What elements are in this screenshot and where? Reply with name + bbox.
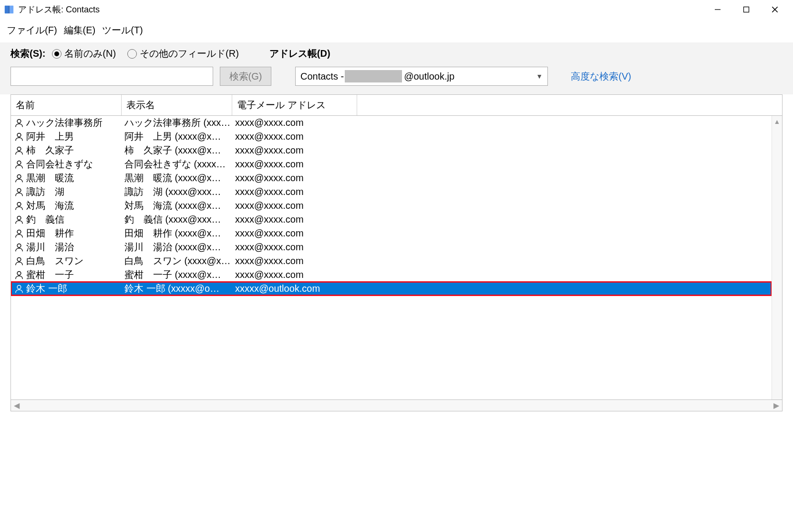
table-row[interactable]: ハック法律事務所ハック法律事務所 (xxx…xxxx@xxxx.com [11, 116, 772, 130]
column-display[interactable]: 表示名 [122, 95, 232, 115]
person-icon [14, 201, 24, 211]
window-title: アドレス帳: Contacts [18, 4, 100, 15]
svg-point-11 [17, 174, 21, 178]
person-icon [14, 132, 24, 142]
search-button[interactable]: 検索(G) [220, 67, 271, 86]
svg-point-19 [17, 285, 21, 289]
cell-display: 蜜柑 一子 (xxxx@x… [124, 268, 235, 281]
table-header: 名前 表示名 電子メール アドレス [10, 94, 783, 116]
name-text: ハック法律事務所 [26, 116, 103, 129]
address-book-select[interactable]: Contacts - @outlook.jp ▼ [295, 67, 548, 86]
menu-file[interactable]: ファイル(F) [7, 24, 57, 37]
svg-point-14 [17, 216, 21, 220]
table-row[interactable]: 蜜柑 一子蜜柑 一子 (xxxx@x…xxxx@xxxx.com [11, 268, 772, 282]
table-row[interactable]: 阿井 上男阿井 上男 (xxxx@x…xxxx@xxxx.com [11, 130, 772, 143]
cell-display: ハック法律事務所 (xxx… [124, 116, 235, 129]
contacts-list: ハック法律事務所ハック法律事務所 (xxx…xxxx@xxxx.com阿井 上男… [11, 116, 772, 399]
name-text: 合同会社きずな [26, 158, 93, 171]
search-label: 検索(S): [10, 47, 45, 60]
person-icon [14, 256, 24, 266]
table-row[interactable]: 黒潮 暖流黒潮 暖流 (xxxx@x…xxxx@xxxx.com [11, 171, 772, 185]
list-wrap: ハック法律事務所ハック法律事務所 (xxx…xxxx@xxxx.com阿井 上男… [10, 116, 783, 400]
close-button[interactable] [761, 0, 789, 19]
name-text: 田畑 耕作 [26, 227, 74, 240]
scroll-right-icon: ▶ [773, 401, 779, 410]
table-row[interactable]: 柿 久家子柿 久家子 (xxxx@x…xxxx@xxxx.com [11, 143, 772, 157]
person-icon [14, 242, 24, 253]
column-name[interactable]: 名前 [11, 95, 122, 115]
cell-email: xxxx@xxxx.com [235, 200, 772, 211]
column-blank[interactable] [357, 95, 782, 115]
name-text: 阿井 上男 [26, 130, 74, 143]
scroll-up-icon: ▲ [774, 118, 781, 125]
scroll-left-icon: ◀ [14, 401, 20, 410]
person-icon [14, 228, 24, 239]
address-book-prefix: Contacts - [300, 71, 344, 82]
cell-email: xxxx@xxxx.com [235, 214, 772, 225]
radio-name-only-label: 名前のみ(N) [64, 47, 116, 60]
menu-edit[interactable]: 編集(E) [64, 24, 96, 37]
person-icon [14, 187, 24, 197]
vertical-scrollbar[interactable]: ▲ [772, 116, 782, 399]
advanced-search-link[interactable]: 高度な検索(V) [571, 70, 631, 83]
name-text: 諏訪 湖 [26, 185, 64, 198]
cell-name: 柿 久家子 [14, 144, 124, 157]
cell-name: 蜜柑 一子 [14, 268, 124, 281]
person-icon [14, 118, 24, 128]
person-icon [14, 215, 24, 225]
radio-more-fields[interactable]: その他のフィールド(R) [127, 47, 239, 60]
cell-email: xxxx@xxxx.com [235, 228, 772, 239]
name-text: 柿 久家子 [26, 144, 74, 157]
svg-point-12 [17, 188, 21, 192]
table-row[interactable]: 釣 義信釣 義信 (xxxx@xxx…xxxx@xxxx.com [11, 213, 772, 226]
radio-icon [52, 49, 62, 59]
table-row[interactable]: 湯川 湯治湯川 湯治 (xxxx@x…xxxx@xxxx.com [11, 240, 772, 254]
column-email[interactable]: 電子メール アドレス [232, 95, 357, 115]
table-row[interactable]: 鈴木 一郎鈴木 一郎 (xxxxx@o…xxxxx@outlook.com [11, 282, 772, 296]
cell-display: 湯川 湯治 (xxxx@x… [124, 241, 235, 254]
search-options-row: 検索(S): 名前のみ(N) その他のフィールド(R) アドレス帳(D) [0, 42, 793, 67]
cell-email: xxxx@xxxx.com [235, 173, 772, 184]
cell-name: 阿井 上男 [14, 130, 124, 143]
svg-point-9 [17, 147, 21, 151]
cell-email: xxxx@xxxx.com [235, 242, 772, 253]
chevron-down-icon: ▼ [536, 72, 543, 80]
redacted-block [345, 70, 402, 82]
titlebar: アドレス帳: Contacts [0, 0, 793, 19]
search-input[interactable] [10, 67, 213, 86]
cell-display: 阿井 上男 (xxxx@x… [124, 130, 235, 143]
maximize-button[interactable] [732, 0, 761, 19]
cell-name: 田畑 耕作 [14, 227, 124, 240]
table-row[interactable]: 田畑 耕作田畑 耕作 (xxxx@x…xxxx@xxxx.com [11, 226, 772, 240]
cell-email: xxxx@xxxx.com [235, 159, 772, 170]
cell-email: xxxx@xxxx.com [235, 117, 772, 128]
cell-email: xxxx@xxxx.com [235, 186, 772, 197]
svg-point-17 [17, 257, 21, 261]
cell-name: 諏訪 湖 [14, 185, 124, 198]
svg-rect-1 [10, 6, 13, 14]
minimize-button[interactable] [703, 0, 732, 19]
svg-point-10 [17, 161, 21, 164]
cell-email: xxxx@xxxx.com [235, 131, 772, 142]
address-book-icon [4, 4, 14, 15]
table-row[interactable]: 白鳥 スワン白鳥 スワン (xxxx@x…xxxx@xxxx.com [11, 254, 772, 268]
svg-point-16 [17, 244, 21, 247]
cell-display: 白鳥 スワン (xxxx@x… [124, 255, 235, 267]
radio-name-only[interactable]: 名前のみ(N) [52, 47, 116, 60]
table-row[interactable]: 対馬 海流対馬 海流 (xxxx@x…xxxx@xxxx.com [11, 199, 772, 213]
cell-name: ハック法律事務所 [14, 116, 124, 129]
radio-more-fields-label: その他のフィールド(R) [140, 47, 239, 60]
window-controls [703, 0, 789, 19]
menu-tool[interactable]: ツール(T) [102, 24, 143, 37]
person-icon [14, 270, 24, 280]
horizontal-scrollbar[interactable]: ◀ ▶ [10, 400, 783, 411]
table-row[interactable]: 諏訪 湖諏訪 湖 (xxxx@xxx…xxxx@xxxx.com [11, 185, 772, 199]
svg-point-8 [17, 133, 21, 137]
cell-display: 諏訪 湖 (xxxx@xxx… [124, 185, 235, 198]
contacts-table: 名前 表示名 電子メール アドレス ハック法律事務所ハック法律事務所 (xxx…… [10, 94, 783, 411]
name-text: 白鳥 スワン [26, 255, 83, 267]
cell-email: xxxx@xxxx.com [235, 256, 772, 266]
search-mode-radios: 名前のみ(N) その他のフィールド(R) [52, 47, 239, 60]
cell-display: 田畑 耕作 (xxxx@x… [124, 227, 235, 240]
table-row[interactable]: 合同会社きずな合同会社きずな (xxxx…xxxx@xxxx.com [11, 157, 772, 171]
